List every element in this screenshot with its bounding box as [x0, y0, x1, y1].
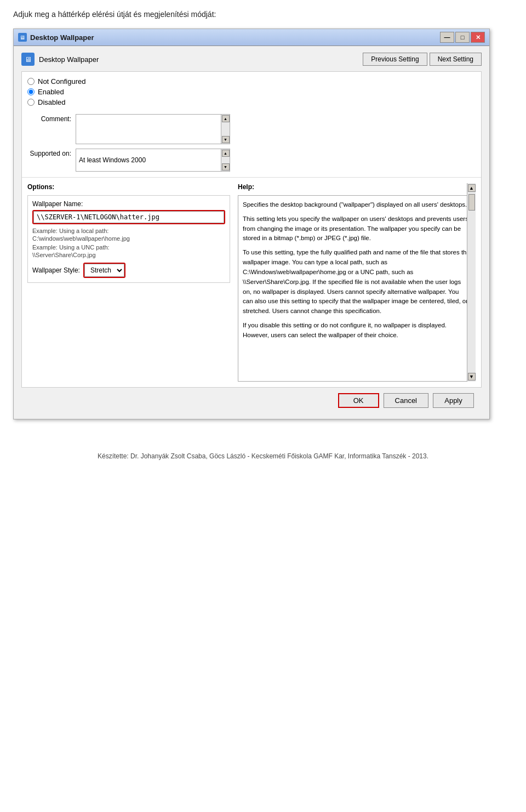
- help-para-3: To use this setting, type the fully qual…: [243, 248, 471, 316]
- dialog-header: 🖥 Desktop Wallpaper Previous Setting Nex…: [21, 53, 482, 66]
- supported-scrollbar: ▲ ▼: [221, 149, 230, 171]
- radio-enabled: Enabled: [27, 88, 230, 96]
- apply-button[interactable]: Apply: [433, 393, 474, 408]
- comment-scrollbar: ▲ ▼: [221, 115, 230, 144]
- top-right: [238, 77, 476, 172]
- ok-button[interactable]: OK: [338, 393, 379, 408]
- radio-disabled: Disabled: [27, 98, 230, 106]
- dialog-header-title: Desktop Wallpaper: [39, 55, 99, 64]
- options-label: Options:: [27, 183, 230, 191]
- titlebar-controls: — □ ✕: [440, 32, 485, 43]
- radio-disabled-label: Disabled: [38, 98, 66, 106]
- example2-line2: \\Server\Share\Corp.jpg: [32, 252, 225, 258]
- bottom-right: Help: Specifies the desktop background (…: [238, 183, 476, 382]
- example2-line1: Example: Using a UNC path:: [32, 244, 225, 251]
- top-section: Not Configured Enabled Disabled: [22, 72, 481, 178]
- help-text-area: Specifies the desktop background ("wallp…: [238, 196, 475, 381]
- titlebar: 🖥 Desktop Wallpaper — □ ✕: [14, 29, 489, 46]
- style-select-wrap: Stretch Center Tile Fill Fit: [83, 263, 125, 278]
- window-icon: 🖥: [18, 33, 27, 42]
- scroll-thumb-area: [468, 192, 475, 373]
- radio-enabled-input[interactable]: [27, 88, 35, 95]
- comment-label: Comment:: [27, 114, 71, 123]
- help-label: Help:: [238, 183, 476, 191]
- previous-setting-button[interactable]: Previous Setting: [363, 53, 427, 66]
- help-para-4: If you disable this setting or do not co…: [243, 321, 471, 340]
- comment-textarea[interactable]: [76, 115, 221, 144]
- page-intro: Adjuk meg a háttérkép elérési útját és m…: [13, 10, 513, 19]
- help-para-1: Specifies the desktop background ("wallp…: [243, 200, 471, 210]
- supported-label: Supported on:: [27, 149, 71, 157]
- window-content: 🖥 Desktop Wallpaper Previous Setting Nex…: [14, 46, 489, 419]
- comment-box: ▲ ▼: [76, 114, 230, 144]
- example1-line1: Example: Using a local path:: [32, 228, 225, 234]
- bottom-section: Options: Wallpaper Name: Example: Using …: [22, 178, 481, 387]
- titlebar-left: 🖥 Desktop Wallpaper: [18, 33, 94, 42]
- help-scroll-up[interactable]: ▲: [468, 184, 476, 192]
- supported-box: At least Windows 2000 ▲ ▼: [76, 149, 230, 172]
- style-row: Wallpaper Style: Stretch Center Tile Fil…: [32, 263, 225, 278]
- bottom-left: Options: Wallpaper Name: Example: Using …: [27, 183, 230, 382]
- cancel-button[interactable]: Cancel: [384, 393, 428, 408]
- close-button[interactable]: ✕: [471, 32, 485, 43]
- minimize-button[interactable]: —: [440, 32, 454, 43]
- help-scroll-down[interactable]: ▼: [468, 373, 476, 381]
- supported-value: At least Windows 2000: [76, 149, 221, 171]
- help-panel: Specifies the desktop background ("wallp…: [238, 195, 476, 382]
- options-box: Wallpaper Name: Example: Using a local p…: [27, 195, 230, 283]
- maximize-button[interactable]: □: [455, 32, 470, 43]
- window-title: Desktop Wallpaper: [30, 33, 94, 42]
- dialog-header-icon: 🖥: [21, 53, 35, 66]
- top-left: Not Configured Enabled Disabled: [27, 77, 230, 172]
- page-footer: Készítette: Dr. Johanyák Zsolt Csaba, Gö…: [13, 452, 513, 460]
- wallpaper-input-wrap: [32, 210, 225, 224]
- dialog-footer: OK Cancel Apply: [21, 388, 482, 411]
- scroll-thumb[interactable]: [468, 194, 475, 211]
- supported-scroll-down[interactable]: ▼: [222, 163, 230, 171]
- nav-buttons: Previous Setting Next Setting: [363, 53, 482, 66]
- supported-scroll-up[interactable]: ▲: [222, 150, 230, 157]
- comment-scroll-up[interactable]: ▲: [222, 115, 230, 122]
- dialog-header-left: 🖥 Desktop Wallpaper: [21, 53, 99, 66]
- content-area: Not Configured Enabled Disabled: [21, 71, 482, 388]
- dialog-window: 🖥 Desktop Wallpaper — □ ✕ 🖥 Desktop Wall…: [13, 29, 490, 419]
- next-setting-button[interactable]: Next Setting: [430, 53, 482, 66]
- radio-enabled-label: Enabled: [38, 88, 64, 96]
- radio-not-configured: Not Configured: [27, 77, 230, 86]
- comment-scroll-down[interactable]: ▼: [222, 136, 230, 143]
- radio-disabled-input[interactable]: [27, 99, 35, 106]
- help-para-2: This setting lets you specify the wallpa…: [243, 214, 471, 243]
- help-scrollbar: ▲ ▼: [467, 183, 476, 382]
- wallpaper-style-select[interactable]: Stretch Center Tile Fill Fit: [84, 264, 124, 277]
- wallpaper-name-label: Wallpaper Name:: [32, 200, 225, 208]
- radio-not-configured-input[interactable]: [27, 78, 35, 85]
- radio-not-configured-label: Not Configured: [38, 77, 85, 86]
- wallpaper-style-label: Wallpaper Style:: [32, 266, 80, 274]
- example1-line2: C:\windows\web\wallpaper\home.jpg: [32, 235, 225, 242]
- radio-group: Not Configured Enabled Disabled: [27, 77, 230, 106]
- wallpaper-name-input[interactable]: [33, 211, 224, 223]
